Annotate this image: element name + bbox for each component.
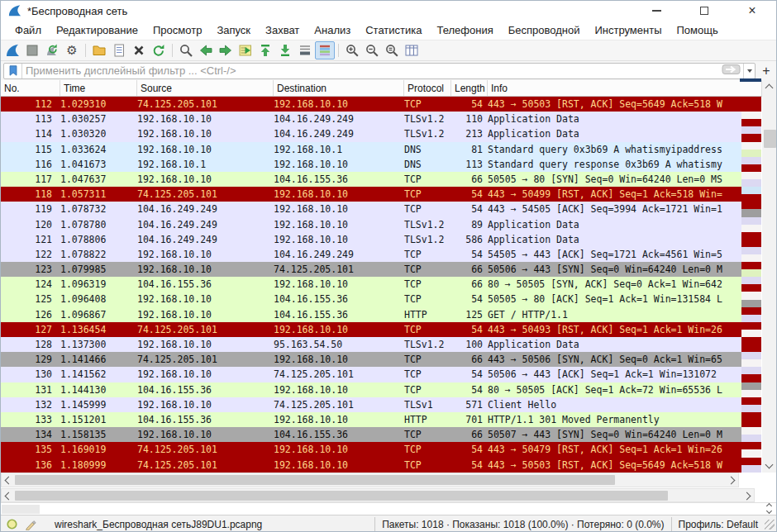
reload-file-button[interactable]: [149, 41, 169, 59]
menu-item-1[interactable]: Редактирование: [49, 21, 145, 39]
column-header-info[interactable]: Info: [488, 80, 762, 96]
zoom-in-button[interactable]: [342, 41, 362, 59]
packet-list-hscrollbar[interactable]: [1, 473, 739, 487]
packet-cell-src: 192.168.10.10: [137, 307, 274, 322]
display-filter-box: [3, 63, 756, 79]
packet-row[interactable]: 1341.158135192.168.10.10104.16.155.36TCP…: [1, 427, 742, 442]
go-to-packet-button[interactable]: [236, 41, 255, 59]
column-header-no[interactable]: No.: [1, 80, 60, 96]
menu-item-8[interactable]: Беспроводной: [501, 21, 588, 39]
close-button[interactable]: ×: [728, 1, 776, 21]
packet-row[interactable]: 1361.18099974.125.205.101192.168.10.10TC…: [1, 458, 742, 473]
packet-row[interactable]: 1151.033624192.168.10.10192.168.10.1DNS8…: [1, 142, 742, 157]
hscrollbar-thumb[interactable]: [15, 491, 668, 501]
column-header-destination[interactable]: Destination: [274, 80, 404, 96]
previous-packet-button[interactable]: [196, 41, 216, 59]
packet-cell-info: 443 → 50499 [RST, ACK] Seq=1 Ack=518 Win…: [488, 187, 742, 202]
display-filter-input[interactable]: [22, 64, 722, 77]
menu-item-10[interactable]: Помощь: [670, 21, 726, 39]
scroll-up-icon[interactable]: [765, 84, 774, 93]
packet-row[interactable]: 1211.078806104.16.249.249192.168.10.10TL…: [1, 232, 742, 247]
profile-selector[interactable]: Профиль: Default: [672, 517, 765, 532]
scroll-left-icon[interactable]: [5, 492, 13, 501]
packet-row[interactable]: 1311.144130104.16.155.36192.168.10.10TCP…: [1, 382, 742, 397]
last-packet-button[interactable]: [275, 41, 295, 59]
resize-grip[interactable]: [765, 520, 775, 530]
vertical-scrollbar[interactable]: [762, 80, 777, 473]
zoom-normal-button[interactable]: [382, 41, 402, 59]
menu-item-2[interactable]: Просмотр: [145, 21, 209, 39]
resize-columns-button[interactable]: [402, 41, 422, 59]
menu-item-0[interactable]: Файл: [7, 21, 49, 39]
packet-row[interactable]: 1221.078822192.168.10.10104.16.249.249TC…: [1, 247, 742, 262]
capture-options-button[interactable]: ⚙: [62, 41, 82, 59]
column-header-length[interactable]: Length: [451, 80, 488, 96]
start-capture-button[interactable]: [2, 41, 22, 59]
packet-row[interactable]: 1241.096319104.16.155.36192.168.10.10TCP…: [1, 277, 742, 292]
packet-row[interactable]: 1251.096408192.168.10.10104.16.155.36TCP…: [1, 292, 742, 306]
packet-row[interactable]: 1351.16901974.125.205.101192.168.10.10TC…: [1, 442, 742, 457]
packet-row[interactable]: 1121.02931074.125.205.101192.168.10.10TC…: [1, 97, 742, 112]
packet-row[interactable]: 1161.041673192.168.10.1192.168.10.10DNS1…: [1, 157, 742, 172]
start-capture-icon: [5, 43, 20, 58]
spinner-down-icon[interactable]: [766, 508, 772, 514]
stop-capture-button[interactable]: [22, 41, 42, 59]
open-file-button[interactable]: [89, 41, 109, 59]
menu-item-7[interactable]: Телефония: [429, 21, 500, 39]
menu-item-3[interactable]: Запуск: [209, 21, 258, 39]
column-header-source[interactable]: Source: [137, 80, 274, 96]
menu-item-6[interactable]: Статистика: [358, 21, 429, 39]
first-packet-button[interactable]: [255, 41, 275, 59]
column-header-time[interactable]: Time: [60, 80, 137, 96]
auto-scroll-button[interactable]: [295, 41, 315, 59]
next-packet-button[interactable]: [216, 41, 236, 59]
packet-row[interactable]: 1321.145999192.168.10.1074.125.205.101TL…: [1, 397, 742, 412]
filter-bookmark-button[interactable]: [4, 64, 22, 78]
zoom-out-button[interactable]: [362, 41, 382, 59]
maximize-button[interactable]: [680, 1, 728, 21]
packet-cell-src: 74.125.205.101: [137, 187, 274, 202]
column-header-protocol[interactable]: Protocol: [404, 80, 451, 96]
packet-cell-time: 1.096867: [60, 307, 137, 322]
packet-row[interactable]: 1201.078780104.16.249.249192.168.10.10TL…: [1, 217, 742, 232]
scroll-left-icon[interactable]: [5, 477, 13, 485]
vertical-scrollbar-thumb[interactable]: [764, 130, 776, 148]
packet-row[interactable]: 1301.141562192.168.10.1074.125.205.101TC…: [1, 367, 742, 382]
packet-row[interactable]: 1291.14146674.125.205.101192.168.10.10TC…: [1, 352, 742, 367]
packet-row[interactable]: 1171.047637192.168.10.10104.16.155.36TCP…: [1, 172, 742, 187]
minimap-stripe: [741, 254, 761, 262]
packet-cell-src: 192.168.10.10: [137, 172, 274, 187]
scroll-down-icon[interactable]: [765, 461, 774, 469]
colorize-packets-button[interactable]: [315, 41, 335, 59]
find-packet-button[interactable]: [176, 41, 196, 59]
packet-row[interactable]: 1141.030320192.168.10.10104.16.249.249TL…: [1, 126, 742, 141]
packet-row[interactable]: 1331.151201104.16.155.36192.168.10.10HTT…: [1, 412, 742, 427]
packet-row[interactable]: 1271.13645474.125.205.101192.168.10.10TC…: [1, 322, 742, 337]
intelligent-scrollbar-minimap[interactable]: [741, 97, 761, 473]
apply-filter-button[interactable]: [722, 62, 741, 80]
expert-info-icon[interactable]: [6, 518, 18, 530]
packet-cell-proto: TCP: [404, 322, 451, 337]
minimap-stripe: [741, 397, 761, 405]
pane-spinner[interactable]: [767, 504, 771, 513]
filter-history-button[interactable]: [743, 64, 755, 78]
scroll-right-icon[interactable]: [727, 477, 736, 485]
close-file-button[interactable]: [129, 41, 149, 59]
packet-row[interactable]: 1191.078732104.16.249.249192.168.10.10TC…: [1, 202, 742, 216]
add-filter-button[interactable]: +: [759, 63, 774, 79]
detail-pane-hscrollbar[interactable]: [1, 488, 755, 502]
packet-row[interactable]: 1281.137300192.168.10.1095.163.54.50TLSv…: [1, 337, 742, 352]
menu-item-9[interactable]: Инструменты: [587, 21, 669, 39]
packet-row[interactable]: 1261.096867192.168.10.10104.16.155.36HTT…: [1, 307, 742, 322]
hscrollbar-thumb[interactable]: [15, 475, 615, 485]
scroll-right-icon[interactable]: [743, 492, 751, 501]
minimize-button[interactable]: [632, 1, 680, 21]
capture-comment-icon[interactable]: [25, 519, 36, 530]
menu-item-5[interactable]: Анализ: [307, 21, 358, 39]
packet-row[interactable]: 1181.05731174.125.205.101192.168.10.10TC…: [1, 187, 742, 202]
menu-item-4[interactable]: Захват: [258, 21, 307, 39]
packet-row[interactable]: 1231.079985192.168.10.1074.125.205.101TC…: [1, 262, 742, 277]
restart-capture-button[interactable]: [42, 41, 62, 59]
save-file-button[interactable]: [109, 41, 129, 59]
packet-row[interactable]: 1131.030257192.168.10.10104.16.249.249TL…: [1, 112, 742, 126]
